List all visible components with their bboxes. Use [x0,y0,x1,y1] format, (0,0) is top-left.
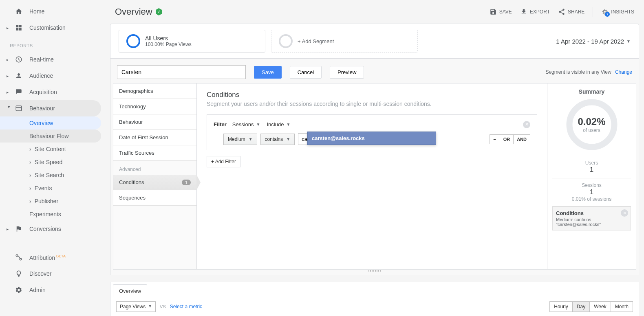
preview-button[interactable]: Preview [330,66,364,79]
nav-behaviour-overview[interactable]: Overview [0,116,101,129]
date-range-picker[interactable]: 1 Apr 2022 - 19 Apr 2022 ▼ [556,38,631,45]
nav-realtime[interactable]: ▸ Real-time [0,51,105,68]
nav-site-search[interactable]: Site Search [0,169,105,182]
nav-realtime-label: Real-time [29,56,54,63]
nav-discover[interactable]: Discover [0,266,105,282]
tab-overview[interactable]: Overview [113,284,147,297]
nav-events[interactable]: Events [0,182,105,195]
reports-section-label: REPORTS [0,36,105,51]
cancel-button[interactable]: Cancel [290,66,322,79]
summary-panel: Summary 0.02% of users Users 1 [547,83,636,269]
nav-attribution[interactable]: AttributionBETA [0,249,105,266]
chevron-down-icon: ▼ [286,137,290,141]
nav-conversions-label: Conversions [29,226,61,232]
or-button[interactable]: OR [500,134,514,144]
scope-dropdown[interactable]: Sessions ▼ [232,120,261,129]
change-visibility-link[interactable]: Change [615,69,632,75]
header-export-button[interactable]: EXPORT [520,8,550,15]
dimension-dropdown[interactable]: Medium ▼ [223,134,257,145]
page-header: Overview SAVE EXPORT SHARE [105,0,644,24]
stat-sessions: Sessions 1 0.01% of sessions [552,178,631,206]
behaviour-icon [15,104,23,112]
segment-editor: Save Cancel Preview Segment is visible i… [110,59,639,275]
nav-audience[interactable]: ▸ Audience [0,68,105,84]
attribution-icon [15,253,23,261]
nav-admin[interactable]: Admin [0,282,105,298]
header-save-button[interactable]: SAVE [490,8,512,15]
operator-dropdown[interactable]: contains ▼ [260,134,295,145]
main-content: Overview SAVE EXPORT SHARE [105,0,644,316]
nav-acquisition[interactable]: ▸ Acquisition [0,84,105,100]
select-metric-link[interactable]: Select a metric [170,304,202,309]
add-segment-button[interactable]: + Add Segment [271,30,418,53]
granularity-week[interactable]: Week [589,301,611,312]
insights-icon: 7 [601,8,609,15]
segment-name-input[interactable] [117,65,246,79]
save-button[interactable]: Save [254,66,282,79]
nav-home-label: Home [29,8,44,15]
metric-dropdown[interactable]: Page Views ▼ [116,301,156,312]
share-icon [558,8,565,15]
nav-site-content[interactable]: Site Content [0,143,105,156]
nav-customisation[interactable]: ▸ Customisation [0,20,105,36]
nav-behaviour[interactable]: ▸ Behaviour [0,100,101,116]
editor-tab-technology[interactable]: Technology [113,99,196,114]
and-button[interactable]: AND [513,134,530,144]
editor-tab-demographics[interactable]: Demographics [113,83,196,99]
editor-header: Save Cancel Preview Segment is visible i… [113,61,636,83]
summary-title: Summary [552,88,631,95]
chart-controls: Page Views ▼ VS Select a metric Hourly D… [110,297,639,316]
add-filter-button[interactable]: + Add Filter [207,156,240,167]
nav-behaviour-flow[interactable]: Behaviour Flow [0,129,101,143]
gear-icon [15,286,23,294]
segment-circle-empty-icon [279,34,293,48]
editor-advanced-label: Advanced [113,161,196,175]
nav-home[interactable]: Home [0,3,105,20]
nav-acquisition-label: Acquisition [29,89,57,95]
granularity-hourly[interactable]: Hourly [549,301,573,312]
donut-percentage: 0.02% [578,116,605,127]
segment-sublabel: 100.00% Page Views [145,42,192,47]
segment-all-users[interactable]: All Users 100.00% Page Views [119,30,265,53]
nav-customisation-label: Customisation [29,24,66,31]
header-insights-button[interactable]: 7 INSIGHTS [601,8,634,15]
lightbulb-icon [15,270,23,278]
include-dropdown[interactable]: Include ▼ [266,120,291,129]
editor-main: Conditions Segment your users and/or the… [197,83,547,269]
nav-conversions[interactable]: ▸ Conversions [0,221,105,237]
editor-sidebar: Demographics Technology Behaviour Date o… [113,83,197,269]
nav-admin-label: Admin [29,287,46,293]
granularity-month[interactable]: Month [611,301,633,312]
verified-icon [156,8,162,15]
remove-summary-button[interactable]: ✕ [621,209,628,217]
editor-tab-behaviour[interactable]: Behaviour [113,114,196,130]
svg-point-2 [16,255,18,257]
conditions-description: Segment your users and/or their sessions… [207,101,537,107]
export-icon [520,8,527,15]
header-divider [593,7,593,17]
nav-experiments[interactable]: Experiments [0,208,105,221]
editor-tab-sequences[interactable]: Sequences [113,190,196,206]
nav-publisher[interactable]: Publisher [0,195,105,208]
autocomplete-suggestion[interactable]: carsten@sales.rocks [307,132,436,145]
conditions-count-badge: 1 [182,180,191,185]
save-icon [490,8,497,15]
left-nav: Home ▸ Customisation REPORTS ▸ Real-time… [0,0,105,316]
filter-label: Filter [214,121,227,127]
chevron-down-icon: ▼ [256,122,260,127]
clock-icon [15,55,23,64]
drag-handle[interactable] [113,269,636,272]
nav-audience-label: Audience [29,72,53,79]
editor-tab-first-session[interactable]: Date of First Session [113,130,196,145]
acquisition-icon [15,88,23,96]
editor-tab-traffic[interactable]: Traffic Sources [113,145,196,161]
flag-icon [15,225,23,233]
header-share-button[interactable]: SHARE [558,8,584,15]
nav-site-speed[interactable]: Site Speed [0,156,105,169]
remove-condition-button[interactable]: – [490,134,500,144]
granularity-day[interactable]: Day [572,301,590,312]
segment-bar: All Users 100.00% Page Views + Add Segme… [110,24,639,59]
editor-tab-conditions[interactable]: Conditions 1 [113,175,196,190]
page-title: Overview [115,7,162,17]
remove-filter-button[interactable]: ✕ [523,121,530,128]
